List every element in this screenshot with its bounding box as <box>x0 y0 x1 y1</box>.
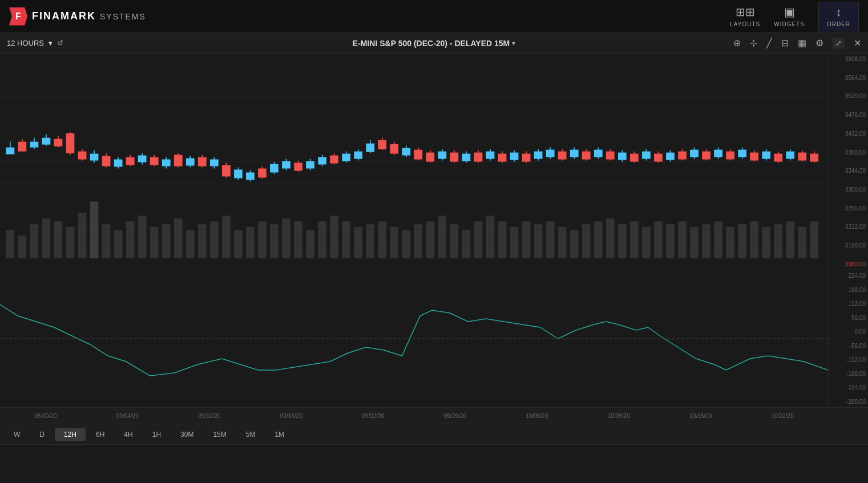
expand-tool[interactable]: ⤢ <box>833 38 845 48</box>
svg-rect-46 <box>450 224 459 258</box>
svg-rect-156 <box>474 153 483 162</box>
svg-rect-160 <box>498 154 507 162</box>
svg-rect-73 <box>774 224 782 258</box>
layers-tool[interactable]: ⊟ <box>781 38 789 48</box>
svg-rect-78 <box>6 148 15 155</box>
tab-6H[interactable]: 6H <box>87 428 114 441</box>
timeframe-dropdown[interactable]: ▾ <box>49 39 53 47</box>
svg-rect-190 <box>678 152 687 160</box>
timeframe-selector: 12 HOURS ▾ ↺ <box>7 39 63 47</box>
close-chart-button[interactable]: ✕ <box>854 38 861 48</box>
svg-rect-150 <box>438 152 447 159</box>
svg-rect-64 <box>666 224 675 258</box>
svg-rect-74 <box>786 221 794 258</box>
line-tool[interactable]: ╱ <box>766 38 772 48</box>
svg-rect-132 <box>330 156 338 164</box>
svg-rect-102 <box>150 157 159 165</box>
chart-title-dropdown[interactable]: ▾ <box>512 39 515 47</box>
tab-30M[interactable]: 30M <box>171 428 203 441</box>
chart-title: E-MINI S&P 500 (DEC-20) - DELAYED 15M <box>353 39 510 48</box>
svg-rect-53 <box>534 224 543 258</box>
svg-rect-37 <box>342 221 350 258</box>
main-chart[interactable]: 3608.00 3564.00 3520.00 3476.00 3432.00 … <box>0 54 868 270</box>
svg-rect-188 <box>666 153 675 160</box>
svg-rect-41 <box>390 227 398 258</box>
svg-rect-30 <box>258 221 267 258</box>
svg-rect-76 <box>810 221 818 258</box>
svg-rect-212 <box>810 154 818 162</box>
crosshair-tool[interactable]: ⊕ <box>733 38 741 48</box>
svg-rect-192 <box>690 150 699 157</box>
svg-rect-208 <box>786 152 794 159</box>
timeframe-tabs: W D 12H 6H 4H 1H 30M 15M 5M 1M <box>0 424 868 445</box>
svg-rect-210 <box>798 153 806 161</box>
svg-rect-61 <box>630 221 639 258</box>
candlestick-svg <box>0 54 828 270</box>
tab-W[interactable]: W <box>5 428 29 441</box>
svg-rect-56 <box>570 230 579 258</box>
svg-rect-34 <box>306 230 314 258</box>
chart-header: 12 HOURS ▾ ↺ E-MINI S&P 500 (DEC-20) - D… <box>0 33 868 54</box>
svg-rect-112 <box>210 160 219 167</box>
svg-rect-92 <box>90 154 99 161</box>
order-nav-item[interactable]: ↕ ORDER <box>818 2 859 31</box>
svg-rect-90 <box>78 152 87 160</box>
svg-rect-154 <box>462 154 471 161</box>
svg-rect-116 <box>234 169 243 178</box>
svg-rect-152 <box>450 153 459 162</box>
svg-rect-48 <box>474 221 483 258</box>
svg-rect-84 <box>42 138 51 145</box>
tab-5M[interactable]: 5M <box>237 428 265 441</box>
svg-rect-23 <box>174 218 183 258</box>
nav-right: ⊞⊞ LAYOUTS ▣ WIDGETS ↕ ORDER <box>730 2 859 31</box>
svg-rect-126 <box>294 163 302 171</box>
svg-rect-162 <box>510 153 519 160</box>
widgets-nav-item[interactable]: ▣ WIDGETS <box>774 5 805 27</box>
svg-rect-104 <box>162 160 171 167</box>
indicator-chart[interactable]: 224.00 168.00 112.00 56.00 0.00 -56.00 -… <box>0 270 868 407</box>
svg-rect-148 <box>426 153 435 162</box>
svg-rect-57 <box>582 224 591 258</box>
svg-rect-72 <box>762 227 770 258</box>
svg-rect-204 <box>762 152 770 159</box>
svg-rect-29 <box>246 227 255 258</box>
refresh-button[interactable]: ↺ <box>57 39 63 47</box>
svg-rect-60 <box>618 224 627 258</box>
layouts-icon: ⊞⊞ <box>736 5 755 19</box>
svg-rect-88 <box>66 133 75 153</box>
tab-4H[interactable]: 4H <box>115 428 142 441</box>
svg-rect-202 <box>750 153 758 161</box>
chart-title-area: 12 HOURS ▾ ↺ <box>7 39 63 47</box>
cursor-tool[interactable]: ⊹ <box>750 38 757 48</box>
svg-rect-69 <box>726 227 734 258</box>
svg-rect-63 <box>654 221 663 258</box>
svg-rect-49 <box>486 216 495 258</box>
tab-D[interactable]: D <box>30 428 54 441</box>
svg-rect-124 <box>282 161 290 169</box>
tab-1H[interactable]: 1H <box>143 428 170 441</box>
svg-rect-108 <box>186 159 195 166</box>
svg-rect-130 <box>318 157 326 165</box>
svg-rect-32 <box>282 218 290 258</box>
svg-rect-128 <box>306 161 314 169</box>
tab-12H[interactable]: 12H <box>55 428 86 441</box>
svg-rect-178 <box>606 152 615 160</box>
calendar-tool[interactable]: ▦ <box>798 38 806 48</box>
svg-rect-144 <box>402 148 410 156</box>
settings-tool[interactable]: ⚙ <box>815 38 823 48</box>
svg-rect-198 <box>726 152 734 160</box>
tab-1M[interactable]: 1M <box>265 428 293 441</box>
svg-rect-200 <box>738 150 746 157</box>
indicator-y-axis: 224.00 168.00 112.00 56.00 0.00 -56.00 -… <box>828 270 868 407</box>
chart-timeframe-label[interactable]: 12 HOURS <box>7 39 44 47</box>
tab-15M[interactable]: 15M <box>204 428 235 441</box>
svg-rect-11 <box>30 224 39 258</box>
svg-rect-67 <box>702 224 710 258</box>
svg-rect-13 <box>54 221 63 258</box>
layouts-nav-item[interactable]: ⊞⊞ LAYOUTS <box>730 5 760 27</box>
svg-rect-59 <box>606 218 615 258</box>
svg-rect-114 <box>222 165 231 176</box>
logo-text: FINAMARK SYSTEMS <box>32 10 146 22</box>
svg-rect-164 <box>522 154 531 162</box>
widgets-icon: ▣ <box>784 5 795 19</box>
